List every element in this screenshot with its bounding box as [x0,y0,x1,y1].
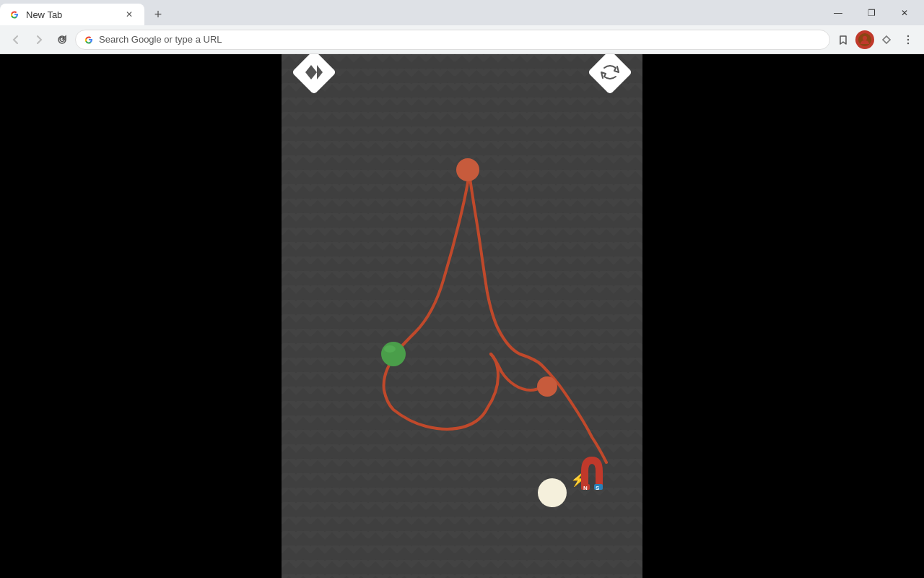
back-button[interactable] [6,30,26,50]
right-panel [642,54,924,578]
svg-point-4 [907,35,909,36]
browser-window: New Tab ✕ + — ❐ ✕ [0,0,924,578]
svg-point-6 [907,42,909,43]
menu-button[interactable] [898,30,918,50]
menu-icon [903,35,913,45]
pivot-ball-middle [537,376,557,397]
extensions-button[interactable] [876,30,897,50]
white-ball [538,478,567,507]
google-logo [83,34,95,46]
toolbar-right [833,30,918,50]
tab-close-button[interactable]: ✕ [123,8,136,21]
svg-text:S: S [596,485,600,491]
bookmark-button[interactable] [833,30,853,50]
bookmark-icon [838,35,848,45]
tab-bar: New Tab ✕ + — ❐ ✕ [0,0,924,25]
player-ball [381,342,406,366]
active-tab[interactable]: New Tab ✕ [0,4,144,25]
maximize-button[interactable]: ❐ [855,0,888,25]
svg-point-3 [863,35,867,40]
address-bar[interactable]: Search Google or type a URL [75,30,830,50]
reload-icon [57,35,67,45]
reload-button[interactable] [52,30,72,50]
game-canvas: ⚡ N S [282,54,642,578]
pivot-ball-top [456,158,479,181]
profile-button[interactable] [855,30,875,50]
forward-button[interactable] [29,30,49,50]
window-controls: — ❐ ✕ [821,0,924,25]
close-button[interactable]: ✕ [888,0,921,25]
forward-icon [34,35,44,45]
svg-rect-8 [282,54,642,578]
back-icon [11,35,21,45]
tab-title: New Tab [26,9,117,20]
left-panel [0,54,282,578]
minimize-button[interactable]: — [821,0,855,25]
profile-avatar [855,30,874,49]
extensions-icon [881,35,892,45]
new-tab-button[interactable]: + [147,4,169,25]
svg-point-5 [907,38,909,40]
player-ball-highlight [384,345,396,353]
browser-toolbar: Search Google or type a URL [0,25,924,54]
svg-text:N: N [583,485,588,491]
address-text: Search Google or type a URL [99,34,822,45]
tab-favicon [9,9,20,20]
content-area: ⚡ N S [0,54,924,578]
game-area: ⚡ N S [282,54,642,578]
